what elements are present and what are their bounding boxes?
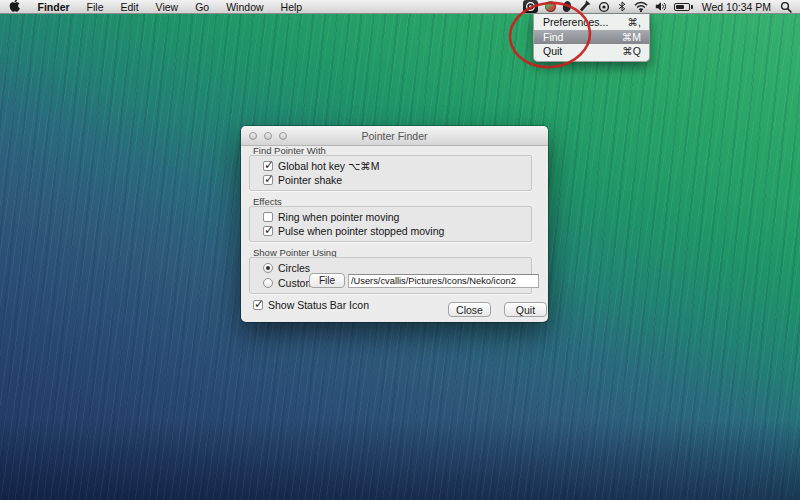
- globe-app-icon[interactable]: [545, 0, 556, 14]
- option-global-hot-key[interactable]: Global hot key ⌥⌘M: [263, 160, 379, 172]
- status-item-menu: Preferences... ⌘, Find ⌘M Quit ⌘Q: [533, 14, 650, 62]
- option-label: Ring when pointer moving: [278, 211, 399, 223]
- checkbox-pointer-shake[interactable]: [263, 175, 273, 185]
- menu-bar-status-area: Wed 10:34 PM: [523, 0, 800, 13]
- apple-menu[interactable]: [9, 0, 29, 13]
- menu-item-label: Quit: [543, 45, 562, 57]
- option-show-status-bar-icon[interactable]: Show Status Bar Icon: [253, 299, 369, 311]
- option-pointer-shake[interactable]: Pointer shake: [263, 174, 342, 186]
- spotlight-icon[interactable]: [780, 0, 792, 14]
- radio-circles[interactable]: [263, 263, 273, 273]
- menu-item-help[interactable]: Help: [272, 0, 311, 13]
- flashlight-icon[interactable]: [578, 0, 591, 14]
- record-target-icon[interactable]: [598, 0, 610, 14]
- option-custom[interactable]: Custom: [263, 277, 314, 289]
- menu-item-shortcut: ⌘Q: [622, 45, 641, 57]
- option-circles[interactable]: Circles: [263, 262, 310, 274]
- menu-item-quit[interactable]: Quit ⌘Q: [534, 44, 649, 59]
- menu-item-label: Preferences...: [543, 16, 608, 28]
- wifi-icon[interactable]: [634, 0, 648, 14]
- close-button[interactable]: Close: [448, 302, 491, 317]
- radio-custom[interactable]: [263, 278, 273, 288]
- checkbox-show-status-bar-icon[interactable]: [253, 300, 263, 310]
- option-pulse-when-stopped[interactable]: Pulse when pointer stopped moving: [263, 225, 444, 237]
- menu-item-view[interactable]: View: [147, 0, 187, 13]
- menu-item-finder[interactable]: Finder: [29, 0, 78, 13]
- menu-item-preferences[interactable]: Preferences... ⌘,: [534, 15, 649, 30]
- menu-item-find[interactable]: Find ⌘M: [534, 30, 649, 45]
- menu-item-shortcut: ⌘,: [628, 16, 641, 28]
- menu-item-go[interactable]: Go: [187, 0, 218, 13]
- minimize-window-button[interactable]: [264, 132, 272, 140]
- zoom-window-button[interactable]: [279, 132, 287, 140]
- window-title: Pointer Finder: [241, 130, 548, 142]
- option-label: Pointer shake: [278, 174, 342, 186]
- menu-item-file[interactable]: File: [78, 0, 112, 13]
- apple-logo-icon: [9, 0, 20, 14]
- checkbox-ring-when-moving[interactable]: [263, 212, 273, 222]
- quit-button[interactable]: Quit: [504, 302, 547, 317]
- pointer-finder-window: Pointer Finder Find Pointer With Global …: [241, 126, 548, 322]
- menu-item-window[interactable]: Window: [218, 0, 272, 13]
- window-title-bar[interactable]: Pointer Finder: [241, 126, 548, 146]
- close-window-button[interactable]: [249, 132, 257, 140]
- option-ring-when-moving[interactable]: Ring when pointer moving: [263, 211, 399, 223]
- volume-icon[interactable]: [655, 0, 667, 14]
- option-label: Pulse when pointer stopped moving: [278, 225, 444, 237]
- file-button[interactable]: File: [309, 273, 345, 288]
- group-box-show-pointer-using: Circles Custom File /Users/cvallis/Pictu…: [249, 257, 532, 294]
- option-label: Show Status Bar Icon: [268, 299, 369, 311]
- group-box-find-pointer-with: Global hot key ⌥⌘M Pointer shake: [249, 155, 532, 191]
- custom-path-field[interactable]: /Users/cvallis/Pictures/Icons/Neko/icon2: [348, 274, 539, 288]
- battery-icon[interactable]: [674, 0, 693, 14]
- traffic-lights: [249, 132, 287, 140]
- menu-bar-left: Finder File Edit View Go Window Help: [0, 0, 311, 13]
- menu-bar: Finder File Edit View Go Window Help: [0, 0, 800, 14]
- menu-item-shortcut: ⌘M: [622, 31, 641, 43]
- checkbox-pulse-when-stopped[interactable]: [263, 226, 273, 236]
- menu-item-edit[interactable]: Edit: [112, 0, 147, 13]
- menu-item-label: Find: [543, 31, 563, 43]
- pointer-finder-target-icon[interactable]: [523, 0, 538, 13]
- bluetooth-icon[interactable]: [617, 0, 627, 14]
- option-label: Circles: [278, 262, 310, 274]
- menu-bar-clock[interactable]: Wed 10:34 PM: [700, 1, 773, 13]
- group-box-effects: Ring when pointer moving Pulse when poin…: [249, 206, 532, 242]
- dark-oval-app-icon[interactable]: [563, 0, 571, 14]
- option-label: Global hot key ⌥⌘M: [278, 160, 379, 172]
- checkbox-global-hot-key[interactable]: [263, 161, 273, 171]
